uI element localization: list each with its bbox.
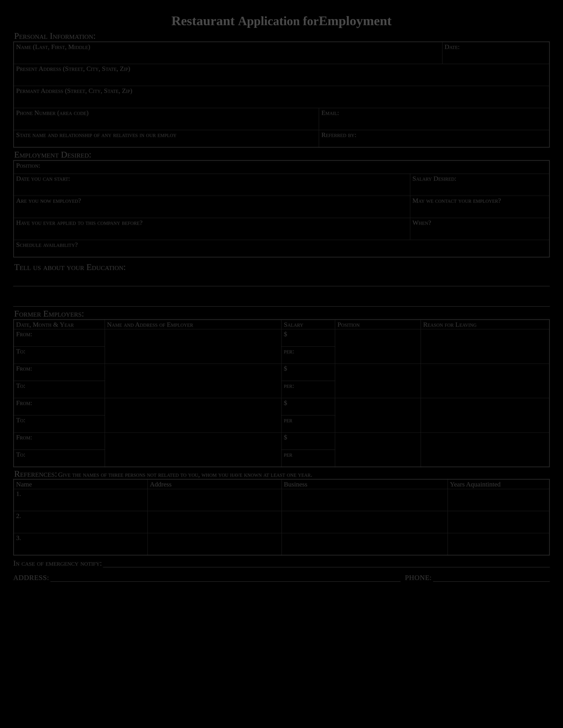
label-dollar: $ (282, 433, 335, 450)
title-part1: Restaurant (171, 13, 238, 28)
ref-row-2: 2. (14, 511, 148, 533)
label-from: From: (14, 398, 105, 415)
label-applied-before: Have you ever applied to this company be… (16, 219, 142, 226)
label-referred: Referred by: (321, 131, 356, 138)
label-to: To: (14, 347, 105, 364)
emergency-line[interactable] (103, 561, 550, 567)
page-title: Restaurant Application forEmployment (13, 13, 550, 28)
col-employer: Name and Address of Employer (105, 320, 282, 329)
label-permanent-address: Permant Address (Street, City, State, Zi… (16, 87, 132, 94)
label-relatives: State name and relationship of any relat… (16, 131, 177, 138)
label-per: per (282, 450, 335, 467)
label-per: per (282, 415, 335, 433)
label-phone: Phone Number (area code) (16, 109, 88, 116)
label-from: From: (14, 433, 105, 450)
label-dollar: $ (282, 398, 335, 415)
col-salary: Salary (282, 320, 335, 329)
former-employers-table: Date, Month & Year Name and Address of E… (13, 319, 550, 467)
col-reason: Reason for Leaving (421, 320, 550, 329)
address-phone-row: ADDRESS: PHONE: (13, 574, 550, 582)
label-per: per: (282, 347, 335, 364)
label-start-date: Date you can start: (16, 175, 70, 182)
label-name: Name (Last, First, Middle) (16, 43, 90, 50)
label-dollar: $ (282, 329, 335, 347)
col-position: Position (335, 320, 421, 329)
title-part2: Application for (238, 14, 319, 28)
ref-row-1: 1. (14, 489, 148, 511)
section-employment-header: Employment Desired: (13, 149, 550, 160)
label-from: From: (14, 329, 105, 347)
references-title: References: (13, 469, 57, 479)
emergency-notify-row: In case of emergency notify: (13, 559, 550, 567)
col-ref-address: Address (147, 479, 282, 489)
references-table: Name Address Business Years Aquaintinted… (13, 479, 550, 555)
label-present-address: Present Address (Street, City, State, Zi… (16, 65, 130, 72)
label-address: ADDRESS: (13, 574, 49, 582)
employment-desired-table: Position: Date you can start: Salary Des… (13, 160, 550, 257)
section-personal-header: Personal Information: (13, 31, 550, 41)
label-salary-desired: Salary Desired: (413, 175, 456, 182)
label-dollar: $ (282, 364, 335, 381)
references-subtext: Give the names of three persons not rela… (58, 471, 313, 478)
col-ref-business: Business (282, 479, 448, 489)
section-former-header: Former Employers: (13, 308, 550, 319)
phone-line[interactable] (433, 576, 550, 582)
label-contact-employer: May we contact your employer? (413, 197, 501, 204)
col-date: Date, Month & Year (14, 320, 105, 329)
label-when: When? (413, 219, 431, 226)
label-to: To: (14, 381, 105, 398)
title-part3: Employment (319, 13, 392, 28)
label-position: Position: (16, 162, 40, 169)
address-line[interactable] (51, 576, 401, 582)
education-line-2 (13, 306, 550, 307)
label-to: To: (14, 450, 105, 467)
label-email: Email: (321, 109, 339, 116)
label-per: per: (282, 381, 335, 398)
personal-info-table: Name (Last, First, Middle) Date: Present… (13, 41, 550, 148)
ref-row-3: 3. (14, 533, 148, 555)
label-date: Date: (445, 43, 460, 50)
section-references-header: References: Give the names of three pers… (13, 469, 550, 479)
label-to: To: (14, 415, 105, 433)
col-ref-years: Years Aquaintinted (448, 479, 549, 489)
label-now-employed: Are you now employed? (16, 197, 81, 204)
label-schedule: Schedule availability? (16, 241, 78, 248)
label-emergency: In case of emergency notify: (13, 559, 102, 567)
label-from: From: (14, 364, 105, 381)
col-ref-name: Name (14, 479, 148, 489)
section-education-header: Tell us about your Education: (13, 262, 550, 272)
label-phone-bottom: PHONE: (405, 574, 432, 582)
